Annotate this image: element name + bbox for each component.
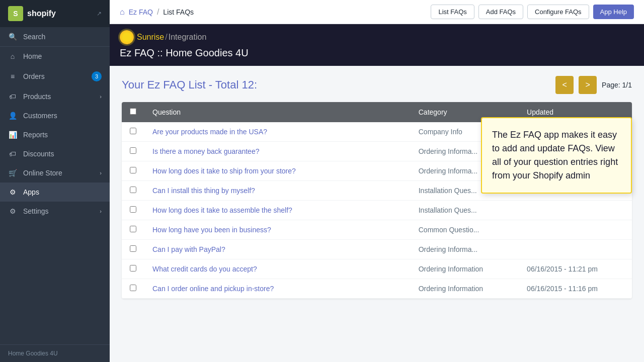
sidebar-item-orders[interactable]: ≡ Orders 3 <box>0 66 110 87</box>
discounts-icon: 🏷 <box>8 150 17 158</box>
row-checkbox[interactable] <box>130 187 136 193</box>
sidebar-logo[interactable]: S shopify ↗ <box>0 0 110 27</box>
updated-cell: 06/16/2015 - 11:21 pm <box>519 259 632 279</box>
row-checkbox-cell <box>122 142 144 161</box>
add-faqs-button[interactable]: Add FAQs <box>478 5 523 19</box>
sidebar-item-apps[interactable]: ⚙ Apps <box>0 183 110 202</box>
search-icon: 🔍 <box>8 33 17 41</box>
updated-cell <box>519 240 632 259</box>
main-content: ⌂ Ez FAQ / List FAQs List FAQs Add FAQs … <box>110 0 644 362</box>
row-checkbox[interactable] <box>130 167 136 173</box>
select-all-checkbox[interactable] <box>130 108 136 115</box>
category-cell: Ordering Informa... <box>411 240 519 259</box>
tooltip-text: The Ez FAQ app makes it easy to add and … <box>492 130 618 180</box>
breadcrumb-current: List FAQs <box>163 8 194 16</box>
customers-icon: 👤 <box>8 112 17 120</box>
home-icon: ⌂ <box>8 52 17 60</box>
sun-icon <box>120 30 134 44</box>
category-cell: Installation Ques... <box>411 201 519 220</box>
row-checkbox-cell <box>122 220 144 240</box>
pagination-controls: < > Page: 1/1 <box>555 76 632 94</box>
sidebar: S shopify ↗ 🔍 Search ⌂ Home ≡ Orders 3 🏷… <box>0 0 110 362</box>
configure-faqs-button[interactable]: Configure FAQs <box>527 5 589 19</box>
list-faqs-button[interactable]: List FAQs <box>431 5 474 19</box>
sidebar-search-label: Search <box>23 33 45 41</box>
col-checkbox <box>122 102 144 122</box>
store-name: Home Goodies 4U <box>0 344 110 362</box>
row-checkbox-cell <box>122 240 144 259</box>
row-checkbox[interactable] <box>130 265 136 272</box>
banner-title: Ez FAQ :: Home Goodies 4U <box>120 47 634 59</box>
question-link[interactable]: Can I install this thing by myself? <box>152 187 255 195</box>
chevron-right-icon-settings: › <box>100 208 102 214</box>
question-link[interactable]: Can I pay with PayPal? <box>152 245 225 253</box>
settings-icon: ⚙ <box>8 207 17 215</box>
orders-icon: ≡ <box>8 72 17 80</box>
faq-tooltip: The Ez FAQ app makes it easy to add and … <box>481 117 632 194</box>
row-checkbox[interactable] <box>130 147 136 154</box>
banner-integration-text: Integration <box>169 33 207 42</box>
question-cell: Can I install this thing by myself? <box>144 181 411 201</box>
row-checkbox-cell <box>122 122 144 142</box>
question-link[interactable]: Can I order online and pickup in-store? <box>152 285 274 293</box>
table-row: What credit cards do you accept? Orderin… <box>122 259 632 279</box>
row-checkbox-cell <box>122 181 144 201</box>
row-checkbox[interactable] <box>130 245 136 252</box>
updated-cell <box>519 220 632 240</box>
prev-page-button[interactable]: < <box>555 76 574 94</box>
updated-cell: 06/16/2015 - 11:16 pm <box>519 279 632 299</box>
sidebar-item-discounts[interactable]: 🏷 Discounts <box>0 144 110 163</box>
category-cell: Common Questio... <box>411 220 519 240</box>
sidebar-item-online-store[interactable]: 🛒 Online Store › <box>0 163 110 183</box>
sidebar-item-settings[interactable]: ⚙ Settings › <box>0 202 110 221</box>
banner-slash: / <box>165 33 167 42</box>
sidebar-item-reports[interactable]: 📊 Reports <box>0 125 110 144</box>
row-checkbox[interactable] <box>130 285 136 291</box>
question-link[interactable]: How long have you been in business? <box>152 226 271 234</box>
breadcrumb-separator: / <box>157 8 159 17</box>
question-link[interactable]: Are your products made in the USA? <box>152 128 267 136</box>
faq-header-row: Your Ez FAQ List - Total 12: < > Page: 1… <box>122 76 632 94</box>
sidebar-item-search[interactable]: 🔍 Search <box>0 27 110 47</box>
category-cell: Ordering Information <box>411 259 519 279</box>
updated-cell <box>519 201 632 220</box>
app-help-button[interactable]: App Help <box>593 5 634 19</box>
row-checkbox[interactable] <box>130 128 136 134</box>
question-link[interactable]: Is there a money back guarantee? <box>152 147 259 155</box>
question-cell: Are your products made in the USA? <box>144 122 411 142</box>
topbar-actions: List FAQs Add FAQs Configure FAQs App He… <box>431 5 634 19</box>
orders-badge: 3 <box>92 71 102 81</box>
question-link[interactable]: What credit cards do you accept? <box>152 265 257 273</box>
banner-brand: Sunrise / Integration <box>120 30 634 44</box>
question-cell: Can I order online and pickup in-store? <box>144 279 411 299</box>
row-checkbox[interactable] <box>130 226 136 232</box>
category-cell: Ordering Information <box>411 279 519 299</box>
faq-list-title: Your Ez FAQ List - Total 12: <box>122 78 257 92</box>
topbar: ⌂ Ez FAQ / List FAQs List FAQs Add FAQs … <box>110 0 644 24</box>
question-cell: How long have you been in business? <box>144 220 411 240</box>
question-cell: How long does it take to assemble the sh… <box>144 201 411 220</box>
products-icon: 🏷 <box>8 93 17 101</box>
next-page-button[interactable]: > <box>579 76 597 94</box>
breadcrumb-link[interactable]: Ez FAQ <box>129 8 153 16</box>
question-link[interactable]: How long does it take to assemble the sh… <box>152 206 292 214</box>
page-info: Page: 1/1 <box>602 81 632 89</box>
sidebar-logo-text: shopify <box>27 9 56 18</box>
home-breadcrumb-icon: ⌂ <box>120 8 125 17</box>
question-link[interactable]: How long does it take to ship from your … <box>152 167 296 175</box>
reports-icon: 📊 <box>8 131 17 139</box>
col-question-header: Question <box>144 102 411 122</box>
table-row: How long does it take to assemble the sh… <box>122 201 632 220</box>
table-row: Can I order online and pickup in-store? … <box>122 279 632 299</box>
row-checkbox-cell <box>122 279 144 299</box>
question-cell: What credit cards do you accept? <box>144 259 411 279</box>
sidebar-item-home[interactable]: ⌂ Home <box>0 47 110 66</box>
question-cell: Can I pay with PayPal? <box>144 240 411 259</box>
sidebar-item-products[interactable]: 🏷 Products › <box>0 87 110 106</box>
row-checkbox[interactable] <box>130 206 136 213</box>
table-row: How long have you been in business? Comm… <box>122 220 632 240</box>
sidebar-item-customers[interactable]: 👤 Customers <box>0 106 110 125</box>
apps-icon: ⚙ <box>8 188 17 196</box>
chevron-right-icon: › <box>100 94 102 100</box>
question-cell: How long does it take to ship from your … <box>144 161 411 181</box>
